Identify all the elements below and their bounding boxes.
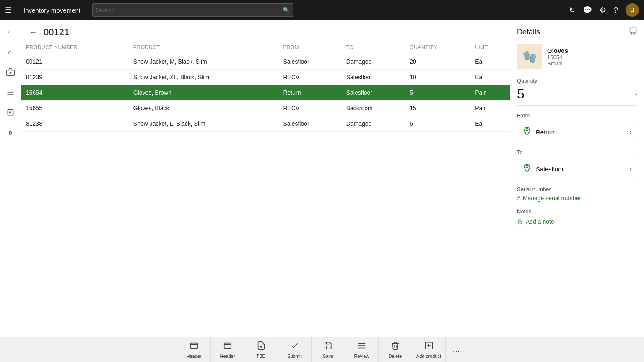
serial-link-row: # Manage serial number <box>517 195 637 202</box>
to-location-row[interactable]: Salesfloor › <box>517 159 637 179</box>
toolbar-submit-button[interactable]: Submit <box>278 337 312 362</box>
add-note-row[interactable]: ⊕ Add a note <box>517 217 637 226</box>
toolbar-save-icon <box>324 341 333 352</box>
col-product: PRODUCT <box>128 41 278 54</box>
search-icon: 🔍 <box>283 7 290 13</box>
table-cell-unit: Ea <box>470 54 510 70</box>
table-row[interactable]: 81238Snow Jacket, L, Black, SlimSalesflo… <box>21 116 510 132</box>
to-location-name: Salesfloor <box>536 165 564 173</box>
table-cell-from: RECV <box>278 101 341 116</box>
svg-rect-15 <box>190 343 197 348</box>
chat-icon[interactable]: 💬 <box>583 5 592 15</box>
help-icon[interactable]: ? <box>614 6 618 15</box>
menu-icon[interactable]: ☰ <box>5 5 18 15</box>
details-edit-icon[interactable] <box>629 27 637 37</box>
table-cell-quantity: 5 <box>405 85 470 101</box>
toolbar-delete-button[interactable]: Delete <box>379 337 412 362</box>
sidebar-item-tasks[interactable] <box>2 104 19 121</box>
table-body: 00121Snow Jacket, M, Black, SlimSalesflo… <box>21 54 510 132</box>
serial-hash-icon: # <box>517 195 520 202</box>
table-row[interactable]: 81239Snow Jacket, XL, Black, SlimRECVSal… <box>21 70 510 85</box>
table-cell-quantity: 10 <box>405 70 470 85</box>
table-cell-product: Gloves, Brown <box>128 85 278 101</box>
product-image: 🧤 <box>517 44 542 69</box>
from-location-name: Return <box>536 129 555 136</box>
col-from: FROM <box>278 41 341 54</box>
quantity-label: Quantity <box>517 78 637 84</box>
quantity-chevron[interactable]: › <box>635 90 637 98</box>
toolbar-header2-button[interactable]: Header <box>211 337 244 362</box>
table-wrapper: PRODUCT NUMBER PRODUCT FROM TO QUANTITY … <box>21 41 510 132</box>
table-cell-to: Salesfloor <box>341 85 405 101</box>
table-cell-product_number: 81239 <box>21 70 128 85</box>
col-unit: UNIT <box>470 41 510 54</box>
settings-icon[interactable]: ⚙ <box>600 5 606 15</box>
table-cell-product_number: 15654 <box>21 85 128 101</box>
product-name: Gloves <box>547 47 568 54</box>
toolbar-submit-label: Submit <box>287 354 301 359</box>
from-location-icon <box>522 127 532 138</box>
bottom-toolbar: Header Header TBD Submit <box>0 337 644 362</box>
table-cell-product: Snow Jacket, L, Black, Slim <box>128 116 278 132</box>
product-info: 🧤 Gloves 15654 Brown <box>517 44 637 69</box>
svg-point-14 <box>526 165 528 168</box>
table-row[interactable]: 15654Gloves, BrownReturnSalesfloor5Pair <box>21 85 510 101</box>
sidebar-item-home[interactable]: ⌂ <box>2 44 19 60</box>
toolbar-tbd-label: TBD <box>257 354 266 359</box>
details-header: Details <box>517 27 637 37</box>
table-row[interactable]: 15655Gloves, BlackRECVBackroom15Pair <box>21 101 510 116</box>
topbar-actions: ↻ 💬 ⚙ ? U <box>569 3 639 17</box>
table-row[interactable]: 00121Snow Jacket, M, Black, SlimSalesflo… <box>21 54 510 70</box>
sidebar-item-counter[interactable]: 0 <box>2 124 19 141</box>
search-input[interactable] <box>96 7 279 13</box>
toolbar-more-button[interactable]: … <box>446 337 467 362</box>
sidebar-item-menu[interactable] <box>2 84 19 101</box>
manage-serial-link[interactable]: Manage serial number <box>523 195 581 202</box>
table-cell-to: Backroom <box>341 101 405 116</box>
table-cell-product_number: 15655 <box>21 101 128 116</box>
table-header: PRODUCT NUMBER PRODUCT FROM TO QUANTITY … <box>21 41 510 54</box>
to-chevron[interactable]: › <box>629 165 632 173</box>
search-bar[interactable]: 🔍 <box>92 3 293 17</box>
from-chevron[interactable]: › <box>629 128 632 137</box>
quantity-section: Quantity 5 › <box>517 78 637 106</box>
table-cell-to: Salesfloor <box>341 70 405 85</box>
svg-point-13 <box>526 129 528 131</box>
inventory-table: PRODUCT NUMBER PRODUCT FROM TO QUANTITY … <box>21 41 510 132</box>
table-cell-product: Snow Jacket, M, Black, Slim <box>128 54 278 70</box>
table-cell-to: Damaged <box>341 54 405 70</box>
sidebar-item-back[interactable]: ← <box>2 23 19 40</box>
from-location-row[interactable]: Return › <box>517 122 637 142</box>
main-layout: ← ⌂ 0 ← <box>0 20 644 337</box>
toolbar-add-product-button[interactable]: Add product <box>412 337 446 362</box>
table-cell-product_number: 00121 <box>21 54 128 70</box>
toolbar-delete-icon <box>391 341 400 352</box>
toolbar-header1-button[interactable]: Header <box>177 337 211 362</box>
from-label: From <box>517 112 637 119</box>
details-panel: Details 🧤 Gloves 15654 Brown Quantity <box>510 20 644 337</box>
toolbar-save-button[interactable]: Save <box>312 337 345 362</box>
toolbar-review-icon <box>357 341 366 352</box>
toolbar-review-button[interactable]: Review <box>345 337 379 362</box>
table-cell-quantity: 6 <box>405 116 470 132</box>
user-avatar[interactable]: U <box>626 3 639 17</box>
toolbar-review-label: Review <box>354 354 369 359</box>
sidebar-item-inventory[interactable] <box>2 64 19 80</box>
toolbar-tbd-button[interactable]: TBD <box>244 337 278 362</box>
serial-section: Serial number # Manage serial number <box>517 186 637 202</box>
table-cell-product_number: 81238 <box>21 116 128 132</box>
col-to: TO <box>341 41 405 54</box>
table-cell-unit: Ea <box>470 70 510 85</box>
table-cell-quantity: 20 <box>405 54 470 70</box>
topbar: ☰ Inventory movement 🔍 ↻ 💬 ⚙ ? U <box>0 0 644 20</box>
table-cell-product: Gloves, Black <box>128 101 278 116</box>
table-cell-from: Salesfloor <box>278 54 341 70</box>
table-cell-unit: Pair <box>470 101 510 116</box>
toolbar-header1-label: Header <box>186 354 201 359</box>
refresh-icon[interactable]: ↻ <box>569 5 575 15</box>
back-button[interactable]: ← <box>29 28 37 37</box>
table-cell-from: Salesfloor <box>278 116 341 132</box>
col-quantity: QUANTITY <box>405 41 470 54</box>
page-header: ← 00121 <box>21 20 510 41</box>
table-cell-unit: Pair <box>470 85 510 101</box>
